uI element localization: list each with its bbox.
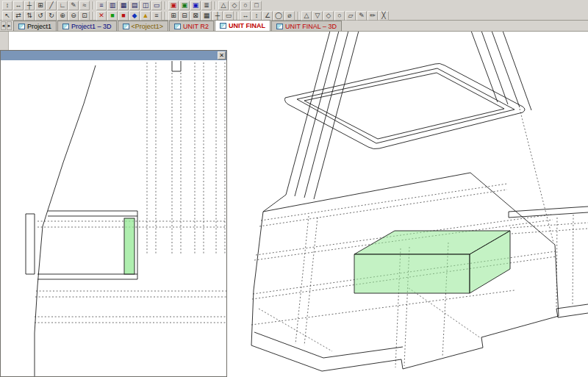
axes-toggle-icon[interactable]: ┼ [212, 11, 223, 21]
tab-bar: ◄► Project1Project1 – 3D<Project1>UNIT R… [0, 21, 588, 32]
rotate-left-icon[interactable]: ↺ [35, 11, 46, 21]
tool-triangle-icon[interactable]: △ [301, 11, 312, 21]
tab-unit-r2[interactable]: UNIT R2 [169, 21, 214, 31]
drawing-sheet-icon [123, 24, 129, 29]
tab-unit-final-3d[interactable]: UNIT FINAL – 3D [271, 21, 342, 31]
tool-pen-icon[interactable]: ✏ [368, 11, 378, 21]
draw-curve-icon[interactable]: ≈ [79, 1, 90, 10]
dim-angle-icon[interactable]: ∠ [262, 11, 273, 21]
view-columns-icon[interactable]: ▥ [107, 1, 118, 10]
status-red-icon[interactable]: ■ [118, 11, 129, 21]
panel-titlebar[interactable]: ✕ [1, 51, 226, 60]
tab-scroll-buttons: ◄► [0, 21, 13, 31]
snap-horizontal-icon[interactable]: ↔ [13, 1, 24, 10]
select-pointer-icon[interactable]: ↖ [2, 11, 12, 21]
toolbar-separator [165, 1, 166, 10]
pan-vertical-icon[interactable]: ⇅ [24, 11, 35, 21]
delete-mark-icon[interactable]: ✕ [96, 11, 107, 21]
drawing-tabs: Project1Project1 – 3D<Project1>UNIT R2UN… [13, 20, 343, 31]
toolbar-separator [215, 1, 216, 10]
drawing-sheet-icon [276, 24, 283, 29]
properties-list-icon[interactable]: ≡ [151, 11, 162, 21]
tool-diamond-icon[interactable]: ◇ [323, 11, 334, 21]
zoom-in-icon[interactable]: ⊕ [57, 11, 68, 21]
drawing-sheet-icon [174, 24, 181, 29]
shape-square-icon[interactable]: □ [251, 1, 262, 10]
grid-toggle-icon[interactable]: ▦ [201, 11, 212, 21]
snap-cross-icon[interactable]: ┼ [24, 1, 35, 10]
toolbar-row-2: ↖⇄⇅↺↻⊕⊖⊡✕■■◆▲≡⊞⊟⊠▦┼▭↔↕∠◯⌀△▽◇○▱✎✏╳ [0, 10, 588, 21]
table-remove-icon[interactable]: ⊟ [179, 11, 190, 21]
tab-project1-3d[interactable]: Project1 – 3D [57, 21, 117, 31]
tab-label: UNIT FINAL – 3D [285, 23, 337, 30]
status-warn-icon[interactable]: ▲ [140, 11, 151, 21]
main-toolbar: ↕↔┼⊞╱∟✎≈≡▥▦▤◫▭▣▣▣≣△◇○□ ↖⇄⇅↺↻⊕⊖⊡✕■■◆▲≡⊞⊟⊠… [0, 0, 588, 21]
snap-vertical-icon[interactable]: ↕ [2, 1, 12, 10]
toolbar-separator [165, 12, 166, 20]
detail-panel-window: ✕ [0, 50, 227, 377]
tab-label: Project1 [27, 23, 51, 30]
view-grid-icon[interactable]: ▦ [118, 1, 129, 10]
draw-line-icon[interactable]: ╱ [46, 1, 57, 10]
status-green-icon[interactable]: ■ [107, 11, 118, 21]
view-rows-icon[interactable]: ▤ [129, 1, 140, 10]
drawing-sheet-icon [220, 23, 226, 29]
table-add-icon[interactable]: ⊞ [168, 11, 179, 21]
tab-label: Project1 – 3D [71, 23, 112, 30]
drawing-sheet-icon [18, 24, 25, 29]
highlight-slab-front-face [354, 254, 470, 293]
tool-pencil-icon[interactable]: ✎ [356, 11, 367, 21]
shape-triangle-icon[interactable]: △ [218, 1, 229, 10]
table-close-icon[interactable]: ⊠ [190, 11, 201, 21]
wireframe-2d [1, 60, 226, 376]
dim-vertical-icon[interactable]: ↕ [251, 11, 262, 21]
panel-close-button[interactable]: ✕ [218, 51, 226, 60]
tab-scroll-left[interactable]: ◄ [1, 21, 6, 30]
layer-green-icon[interactable]: ▣ [179, 1, 190, 10]
shape-diamond-icon[interactable]: ◇ [229, 1, 240, 10]
layer-red-icon[interactable]: ▣ [168, 1, 179, 10]
selection-highlight-3d [354, 231, 510, 293]
toolbar-row-1: ↕↔┼⊞╱∟✎≈≡▥▦▤◫▭▣▣▣≣△◇○□ [0, 0, 588, 10]
frame-toggle-icon[interactable]: ▭ [223, 11, 234, 21]
tab-project1[interactable]: Project1 [13, 21, 57, 31]
wireframe-3d-solid-lines [251, 32, 588, 371]
drawing-sheet-icon [62, 24, 69, 29]
cad-app-window: ↕↔┼⊞╱∟✎≈≡▥▦▤◫▭▣▣▣≣△◇○□ ↖⇄⇅↺↻⊕⊖⊡✕■■◆▲≡⊞⊟⊠… [0, 0, 588, 377]
tool-circle-icon[interactable]: ○ [334, 11, 345, 21]
layer-blue-icon[interactable]: ▣ [190, 1, 201, 10]
dim-radius-icon[interactable]: ◯ [273, 11, 284, 21]
toolbar-separator [93, 1, 94, 10]
zoom-window-icon[interactable]: ⊡ [79, 11, 90, 21]
zoom-out-icon[interactable]: ⊖ [68, 11, 79, 21]
drawing-canvas-2d[interactable] [1, 60, 226, 376]
view-list-icon[interactable]: ≡ [96, 1, 107, 10]
tab-unit-final[interactable]: UNIT FINAL [215, 20, 270, 31]
dim-diameter-icon[interactable]: ⌀ [284, 11, 295, 21]
draw-pencil-icon[interactable]: ✎ [68, 1, 79, 10]
wireframe-2d-hidden-lines [35, 62, 226, 323]
layer-list-icon[interactable]: ≣ [201, 1, 212, 10]
toolbar-separator [237, 12, 238, 20]
selection-highlight-2d [124, 218, 135, 274]
shape-circle-icon[interactable]: ○ [240, 1, 251, 10]
tool-parallelogram-icon[interactable]: ▱ [345, 11, 356, 21]
pan-horizontal-icon[interactable]: ⇄ [13, 11, 24, 21]
tab-label: <Project1> [132, 23, 164, 30]
view-frame-icon[interactable]: ▭ [151, 1, 162, 10]
wireframe-2d-solid-lines [26, 61, 181, 376]
draw-corner-icon[interactable]: ∟ [57, 1, 68, 10]
rotate-right-icon[interactable]: ↻ [46, 11, 57, 21]
tool-cross-icon[interactable]: ╳ [379, 11, 389, 21]
toolbar-separator [298, 12, 299, 20]
tab-label: UNIT R2 [183, 23, 209, 30]
bracket-outline [26, 214, 35, 274]
tool-invert-triangle-icon[interactable]: ▽ [312, 11, 323, 21]
toolbar-separator [93, 12, 94, 20]
view-split-icon[interactable]: ◫ [140, 1, 151, 10]
status-blue-icon[interactable]: ◆ [129, 11, 140, 21]
dim-horizontal-icon[interactable]: ↔ [240, 11, 251, 21]
tab-project1[interactable]: <Project1> [118, 21, 169, 31]
snap-grid-icon[interactable]: ⊞ [35, 1, 46, 10]
tab-scroll-right[interactable]: ► [7, 21, 12, 30]
